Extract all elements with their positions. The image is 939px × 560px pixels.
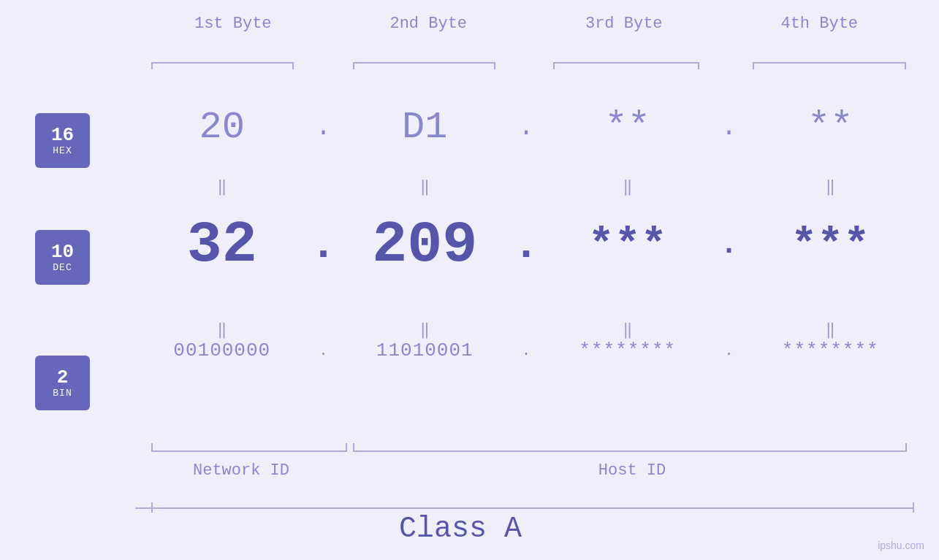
dec-b2: 209 <box>338 212 512 278</box>
hostid-bracket-h <box>353 450 907 452</box>
network-id-label: Network ID <box>135 461 347 480</box>
hex-row: 20 . D1 . ** . ** <box>135 106 917 149</box>
bin-dot-3: . <box>715 342 744 359</box>
bin-badge: 2 BIN <box>35 356 90 410</box>
hex-badge: 16 HEX <box>35 113 90 168</box>
bin-badge-number: 2 <box>57 367 69 388</box>
hex-b1: 20 <box>135 106 309 149</box>
bin-b4: ******** <box>744 340 918 361</box>
bin-b3: ******** <box>541 340 715 361</box>
hex-dot-2: . <box>512 112 541 142</box>
hostid-bracket-right-v <box>905 443 907 452</box>
bracket-col1-left <box>151 62 153 69</box>
bin-b1: 00100000 <box>135 340 309 361</box>
dec-badge-number: 10 <box>51 242 74 263</box>
netid-bracket-h <box>151 450 347 452</box>
eq-1-b1: ‖ <box>135 177 309 196</box>
netid-bracket-right-v <box>346 443 347 452</box>
dec-b4: *** <box>744 220 918 270</box>
dec-badge: 10 DEC <box>35 230 90 285</box>
equals-row-2: ‖ ‖ ‖ ‖ <box>135 320 917 340</box>
col-header-2: 2nd Byte <box>331 15 527 33</box>
eq-2-b1: ‖ <box>135 320 309 340</box>
host-id-label: Host ID <box>343 461 921 480</box>
class-label: Class A <box>0 513 921 545</box>
hex-dot-3: . <box>715 112 744 142</box>
bracket-col4 <box>753 62 906 64</box>
bin-b2: 11010001 <box>338 340 512 361</box>
eq-1-b4: ‖ <box>744 177 918 196</box>
dec-badge-label: DEC <box>53 262 72 273</box>
bracket-col1-right <box>292 62 294 69</box>
dec-dot-3: . <box>715 229 744 261</box>
bracket-col4-right <box>905 62 906 69</box>
bracket-col2-right <box>494 62 495 69</box>
dec-b3: *** <box>541 220 715 270</box>
col-header-1: 1st Byte <box>135 15 331 33</box>
eq-1-b3: ‖ <box>541 177 715 196</box>
eq-2-b2: ‖ <box>338 320 512 340</box>
bin-row: 00100000 . 11010001 . ******** . *******… <box>135 340 917 361</box>
hex-badge-label: HEX <box>53 145 72 156</box>
eq-1-b2: ‖ <box>338 177 512 196</box>
main-container: 1st Byte 2nd Byte 3rd Byte 4th Byte 16 H… <box>0 0 939 560</box>
hex-badge-number: 16 <box>51 125 74 146</box>
hex-dot-1: . <box>309 112 338 142</box>
bracket-col2 <box>353 62 495 64</box>
hex-b3: ** <box>541 106 715 149</box>
dec-row: 32 . 209 . *** . *** <box>135 212 917 278</box>
bin-dot-2: . <box>512 342 541 359</box>
class-bracket-right-v <box>913 502 914 513</box>
hex-b4: ** <box>744 106 918 149</box>
dec-b1: 32 <box>135 212 309 278</box>
eq-2-b3: ‖ <box>541 320 715 340</box>
dec-dot-2: . <box>512 220 541 270</box>
equals-row-1: ‖ ‖ ‖ ‖ <box>135 177 917 196</box>
bracket-col3-right <box>698 62 699 69</box>
col-header-4: 4th Byte <box>722 15 918 33</box>
col-header-3: 3rd Byte <box>526 15 722 33</box>
bracket-col3-left <box>553 62 555 69</box>
dec-dot-1: . <box>309 220 338 270</box>
bin-badge-label: BIN <box>53 388 72 399</box>
bin-dot-1: . <box>309 342 338 359</box>
watermark: ipshu.com <box>878 540 924 551</box>
eq-2-b4: ‖ <box>744 320 918 340</box>
column-headers: 1st Byte 2nd Byte 3rd Byte 4th Byte <box>135 15 917 33</box>
bracket-col2-left <box>353 62 354 69</box>
bracket-col4-left <box>753 62 754 69</box>
bracket-col3 <box>553 62 699 64</box>
bracket-col1 <box>151 62 294 64</box>
hex-b2: D1 <box>338 106 512 149</box>
class-bracket-h <box>135 507 913 509</box>
